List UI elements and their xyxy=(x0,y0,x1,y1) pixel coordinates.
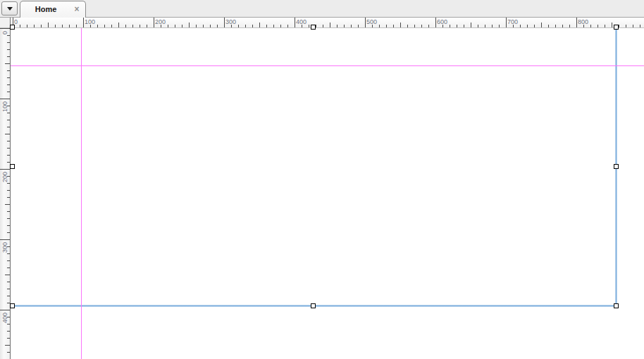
selection-handle-middle-left[interactable] xyxy=(10,164,15,169)
ruler-tick xyxy=(7,260,10,261)
ruler-tick xyxy=(7,141,10,141)
ruler-tick xyxy=(7,267,10,268)
ruler-tick xyxy=(83,18,84,27)
ruler-label: 700 xyxy=(507,18,518,25)
ruler-tick xyxy=(351,25,352,27)
ruler-tick xyxy=(7,49,10,50)
ruler-tick xyxy=(7,197,10,198)
ruler-tick xyxy=(7,77,10,78)
ruler-label: 600 xyxy=(437,18,447,25)
ruler-tick xyxy=(7,155,10,156)
ruler-tick xyxy=(76,25,77,27)
ruler-tick xyxy=(520,25,521,27)
ruler-tick xyxy=(295,18,295,27)
ruler-tick xyxy=(266,25,267,27)
selection-handle-bottom-left[interactable] xyxy=(10,303,15,308)
ruler-tick xyxy=(0,239,10,240)
selection-handle-bottom-center[interactable] xyxy=(311,303,316,308)
ruler-tick xyxy=(7,84,10,85)
ruler-tick xyxy=(478,25,478,27)
ruler-tick xyxy=(464,25,464,27)
tab-bar: Home × xyxy=(0,0,644,18)
ruler-tick xyxy=(7,92,10,92)
ruler-label: 300 xyxy=(1,242,8,253)
ruler-tick xyxy=(605,25,605,27)
selection-handle-top-right[interactable] xyxy=(614,25,619,30)
tab-home[interactable]: Home × xyxy=(20,1,86,18)
ruler-tick xyxy=(7,190,10,191)
form-designer-window: Home × 0100200300400500600700800 0100200… xyxy=(0,0,644,359)
ruler-tick xyxy=(196,25,197,27)
ruler-tick xyxy=(633,25,633,27)
ruler-tick xyxy=(576,18,577,27)
ruler-tick xyxy=(7,331,10,332)
ruler-tick xyxy=(7,35,10,36)
selection-handle-top-center[interactable] xyxy=(311,25,316,30)
vertical-ruler: 0100200300400 xyxy=(0,28,11,359)
ruler-tick xyxy=(5,63,10,64)
ruler-label: 100 xyxy=(1,101,8,112)
ruler-tick xyxy=(7,352,10,353)
ruler-tick xyxy=(492,25,493,27)
ruler-label: 400 xyxy=(1,313,8,323)
ruler-tick xyxy=(252,25,253,27)
ruler-tick xyxy=(541,23,542,27)
design-canvas[interactable] xyxy=(11,28,644,359)
ruler-tick xyxy=(245,25,246,27)
ruler-tick xyxy=(5,204,10,205)
guide-vertical[interactable] xyxy=(81,28,82,359)
ruler-tick xyxy=(20,25,20,27)
ruler-tick xyxy=(5,345,10,346)
ruler-tick xyxy=(7,113,10,113)
ruler-tick xyxy=(7,296,10,296)
ruler-tick xyxy=(309,25,309,27)
ruler-tick xyxy=(386,25,387,27)
ruler-tick xyxy=(499,25,500,27)
ruler-tick xyxy=(7,42,10,43)
ruler-label: 500 xyxy=(366,18,377,25)
selection-handle-middle-right[interactable] xyxy=(614,164,619,169)
ruler-tick xyxy=(450,25,450,27)
ruler-label: 400 xyxy=(296,18,306,25)
ruler-tick xyxy=(273,25,274,27)
close-icon[interactable]: × xyxy=(72,4,82,14)
ruler-tick xyxy=(569,25,570,27)
selection-handle-top-left[interactable] xyxy=(10,25,15,30)
selection-handle-bottom-right[interactable] xyxy=(614,303,619,308)
ruler-tick xyxy=(393,25,394,27)
ruler-tick xyxy=(562,25,563,27)
ruler-tick xyxy=(154,18,154,27)
ruler-tick xyxy=(259,23,260,27)
ruler-tick xyxy=(358,25,359,27)
ruler-tick xyxy=(34,25,35,27)
ruler-tick xyxy=(7,211,10,212)
ruler-tick xyxy=(590,25,591,27)
ruler-tick xyxy=(182,25,182,27)
ruler-tick xyxy=(400,23,401,27)
ruler-tick xyxy=(7,282,10,282)
ruler-tick xyxy=(471,23,471,27)
ruler-tick xyxy=(104,25,105,27)
ruler-tick xyxy=(0,99,10,99)
ruler-tick xyxy=(548,25,549,27)
ruler-corner xyxy=(0,18,11,28)
ruler-tick xyxy=(168,25,168,27)
guide-horizontal[interactable] xyxy=(11,65,644,66)
ruler-tick xyxy=(210,25,211,27)
ruler-tick xyxy=(421,25,422,27)
ruler-tick xyxy=(62,25,63,27)
ruler-tick xyxy=(7,324,10,325)
ruler-tick xyxy=(111,25,112,27)
ruler-tick xyxy=(365,18,366,27)
ruler-tick xyxy=(0,28,10,29)
ruler-tick xyxy=(48,23,49,27)
ruler-tick xyxy=(125,25,126,27)
ruler-tick xyxy=(7,162,10,163)
ruler-tick xyxy=(132,25,133,27)
ruler-tick xyxy=(619,25,619,27)
ruler-tick xyxy=(7,56,10,57)
tab-list-dropdown-button[interactable] xyxy=(1,1,18,15)
ruler-label: 200 xyxy=(155,18,166,25)
ruler-tick xyxy=(0,310,10,310)
ruler-tick xyxy=(224,18,225,27)
